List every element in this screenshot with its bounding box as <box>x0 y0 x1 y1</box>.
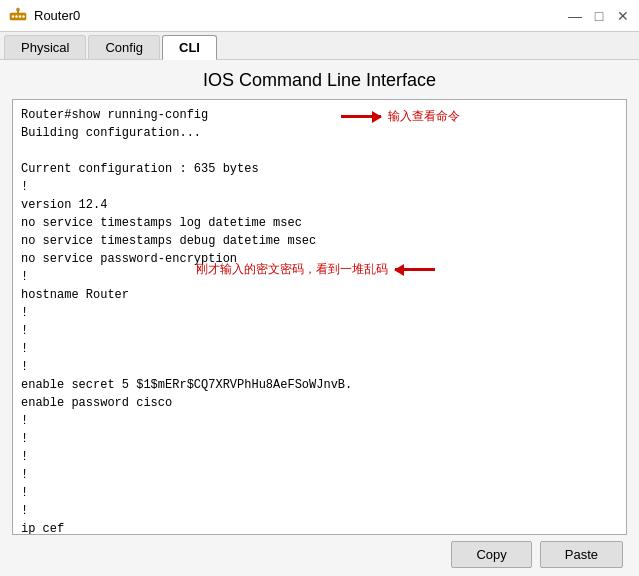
svg-point-2 <box>15 15 17 17</box>
svg-point-3 <box>19 15 21 17</box>
cli-output: Router#show running-config Building conf… <box>21 106 618 534</box>
title-bar-controls: — □ ✕ <box>567 8 631 24</box>
svg-point-4 <box>22 15 24 17</box>
close-button[interactable]: ✕ <box>615 8 631 24</box>
cli-relative-container: Router#show running-config Building conf… <box>21 106 618 534</box>
bottom-row: Copy Paste <box>12 535 627 568</box>
title-bar: Router0 — □ ✕ <box>0 0 639 32</box>
panel-title: IOS Command Line Interface <box>12 70 627 91</box>
title-bar-left: Router0 <box>8 6 80 26</box>
tab-config[interactable]: Config <box>88 35 160 59</box>
tab-cli[interactable]: CLI <box>162 35 217 60</box>
main-area: IOS Command Line Interface Router#show r… <box>0 60 639 576</box>
copy-button[interactable]: Copy <box>451 541 531 568</box>
svg-point-1 <box>12 15 14 17</box>
paste-button[interactable]: Paste <box>540 541 623 568</box>
tab-physical[interactable]: Physical <box>4 35 86 59</box>
cli-scroll-area[interactable]: Router#show running-config Building conf… <box>13 100 626 534</box>
minimize-button[interactable]: — <box>567 8 583 24</box>
cli-panel: Router#show running-config Building conf… <box>12 99 627 535</box>
tab-bar: Physical Config CLI <box>0 32 639 60</box>
svg-point-6 <box>17 8 20 11</box>
router-icon <box>8 6 28 26</box>
maximize-button[interactable]: □ <box>591 8 607 24</box>
window-title: Router0 <box>34 8 80 23</box>
